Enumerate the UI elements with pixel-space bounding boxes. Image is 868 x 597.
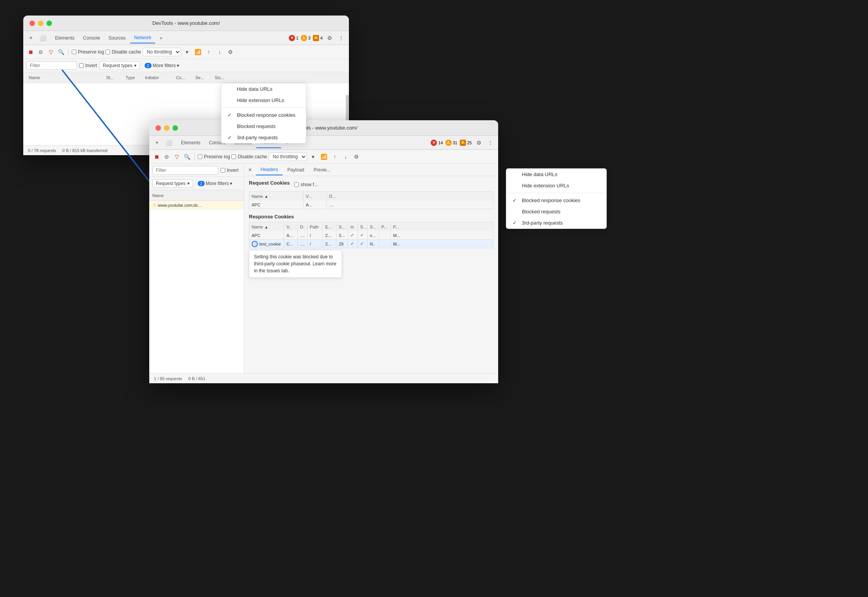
dropdown-divider-2 [506,193,606,193]
tab-sources-1[interactable]: Sources [105,33,129,43]
maximize-button-1[interactable] [47,21,52,26]
dropdown-blocked-resp-cookies-1[interactable]: ✓ Blocked response cookies [221,109,306,121]
invert-label-1[interactable]: Invert [79,63,97,68]
dropdown-blocked-requests-2[interactable]: Blocked requests [506,206,606,217]
clear-button-1[interactable]: ⊘ [36,48,45,56]
request-cookies-table: Name ▲ V... D... APC A... .... [249,191,494,209]
more-filters-button-1[interactable]: 2 More filters ▾ [142,62,181,69]
preserve-log-checkbox-1[interactable] [72,50,76,54]
throttle-chevron-1[interactable]: ▾ [183,47,192,57]
filter-input-2[interactable] [152,166,218,175]
tab-elements-2[interactable]: Elements [177,138,204,148]
device-icon-2[interactable]: ⬜ [164,138,173,147]
request-types-button-1[interactable]: Request types ▾ [99,61,140,70]
clear-button-2[interactable]: ⊘ [162,152,171,161]
show-filtered-label[interactable]: show f... [294,182,318,187]
tab-elements-1[interactable]: Elements [51,33,78,43]
device-icon-1[interactable]: ⬜ [38,33,47,43]
invert-checkbox-2[interactable] [221,168,225,173]
minimize-button-2[interactable] [164,125,169,131]
warning-badge-2: ⚠ 31 [445,140,457,146]
record-stop-button-2[interactable]: ⏹ [152,152,161,161]
dropdown-hide-ext-urls-1[interactable]: Hide extension URLs [221,95,306,106]
cursor-icon-2[interactable]: ⌖ [152,138,162,147]
resp-cookie-row-apc[interactable]: APC A... .... / 2... 3... ✓ ✓ n... M... [249,231,494,240]
record-stop-button-1[interactable]: ⏹ [26,48,35,56]
throttle-select-1[interactable]: No throttling [143,48,181,56]
invert-checkbox-1[interactable] [79,63,84,68]
dropdown-3rd-party-1[interactable]: ✓ 3rd-party requests [221,132,306,143]
requests-status-2: 1 / 85 requests [154,376,182,381]
error-icon-2: ✕ [431,140,437,146]
panel-tab-payload[interactable]: Payload [283,165,309,175]
dropdown-menu-1: Hide data URLs Hide extension URLs ✓ Blo… [221,83,306,144]
dropdown-blocked-requests-1[interactable]: Blocked requests [221,121,306,132]
filter-icon-2[interactable]: ▽ [173,152,181,161]
tab-more-1[interactable]: » [156,33,166,43]
request-types-chevron-2: ▾ [187,181,190,186]
minimize-button-1[interactable] [38,21,43,26]
search-icon-2[interactable]: 🔍 [183,152,191,161]
table-row-warning[interactable]: ⚠ www.youtube.com;dc... [149,201,244,209]
panel-tab-headers[interactable]: Headers [256,164,283,175]
preserve-log-label-2[interactable]: Preserve log [198,154,230,159]
upload-icon-1[interactable]: ↑ [204,47,214,57]
wifi-icon-1[interactable]: 📶 [193,47,203,57]
more-icon-1[interactable]: ⋮ [337,33,346,43]
show-filtered-checkbox[interactable] [294,182,299,187]
preserve-log-label-1[interactable]: Preserve log [72,49,104,55]
tab-network-1[interactable]: Network [130,33,155,43]
dropdown-3rd-party-2[interactable]: ✓ 3rd-party requests [506,217,606,228]
dropdown-hide-ext-urls-2[interactable]: Hide extension URLs [506,180,606,191]
invert-label-2[interactable]: Invert [221,168,238,173]
dropdown-hide-data-urls-2[interactable]: Hide data URLs [506,169,606,180]
resp-cookie-row-test-cookie[interactable]: ⚠ test_cookie C... .... / 2... 29 ✓ ✓ N.… [249,240,494,248]
tabs-right-2: ✕ 14 ⚠ 31 🔔 25 ⚙ ⋮ [431,138,495,147]
dropdown-divider-1 [221,107,306,108]
download-icon-2[interactable]: ↓ [341,152,350,161]
dropdown-blocked-resp-cookies-2[interactable]: ✓ Blocked response cookies [506,195,606,206]
gear-icon-2[interactable]: ⚙ [474,138,483,147]
maximize-button-2[interactable] [173,125,178,131]
disable-cache-label-2[interactable]: Disable cache [231,154,267,159]
resp-cookie-table-header: Name ▲ V.. D. Path E... S... H. S... S..… [249,222,494,231]
dropdown-menu-2: Hide data URLs Hide extension URLs ✓ Blo… [506,168,607,229]
detail-panel: ✕ Headers Payload Previe... Request Cook… [244,164,498,373]
throttle-select-2[interactable]: No throttling [269,152,307,161]
close-button-2[interactable] [155,125,161,131]
req-cookie-row-apc[interactable]: APC A... .... [249,201,494,209]
filter-input-1[interactable] [26,61,77,70]
request-types-button-2[interactable]: Request types ▾ [152,179,193,188]
th-co-1: Co... [174,75,193,80]
more-icon-2[interactable]: ⋮ [486,138,495,147]
disable-cache-checkbox-2[interactable] [231,154,236,159]
tab-console-1[interactable]: Console [79,33,104,43]
panel-tab-preview[interactable]: Previe... [309,165,335,175]
transferred-status-1: 0 B / 815 kB transferred [62,148,107,153]
cursor-icon-1[interactable]: ⌖ [26,33,36,43]
disable-cache-checkbox-1[interactable] [105,50,110,54]
devtools-tabs-1: ⌖ ⬜ Elements Console Sources Network » ✕… [23,31,349,45]
wifi-icon-2[interactable]: 📶 [319,152,329,161]
download-icon-1[interactable]: ↓ [215,47,224,57]
divider-1a [68,48,69,56]
settings-icon-2[interactable]: ⚙ [352,152,361,161]
issue-icon-2: 🔔 [460,140,466,146]
request-cookies-section: Request Cookies show f... Name ▲ V... D.… [244,176,498,211]
dropdown-hide-data-urls-1[interactable]: Hide data URLs [221,83,306,95]
panel-close-tab[interactable]: ✕ [244,165,256,175]
gear-icon-1[interactable]: ⚙ [325,33,334,43]
search-icon-1[interactable]: 🔍 [57,48,65,56]
close-button-1[interactable] [29,21,35,26]
more-filters-button-2[interactable]: 2 More filters ▾ [195,180,235,187]
titlebar-1: DevTools - www.youtube.com/ [23,16,349,31]
settings-icon-1[interactable]: ⚙ [226,47,235,57]
upload-icon-2[interactable]: ↑ [330,152,340,161]
table-empty-space [149,209,244,373]
disable-cache-label-1[interactable]: Disable cache [105,49,141,55]
devtools-window-2: DevTools - www.youtube.com/ ⌖ ⬜ Elements… [149,120,498,383]
filter-icon-1[interactable]: ▽ [47,48,55,56]
preserve-log-checkbox-2[interactable] [198,154,202,159]
throttle-chevron-2[interactable]: ▾ [309,152,318,161]
th-se-1: Se... [193,75,212,80]
